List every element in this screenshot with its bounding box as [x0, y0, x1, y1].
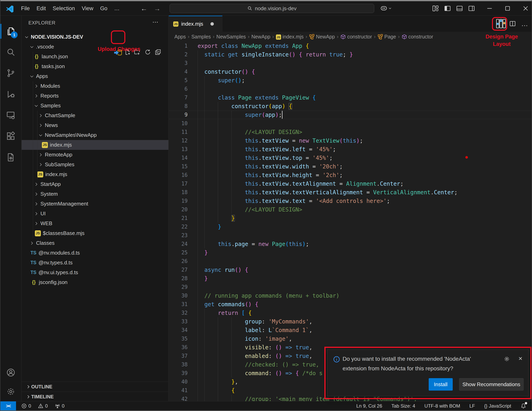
- indent-guide: [198, 188, 198, 197]
- toggle-secondary-sidebar-icon[interactable]: [466, 1, 477, 16]
- tree-item-remoteapp[interactable]: RemoteApp: [22, 150, 169, 160]
- activity-run-debug-icon[interactable]: [0, 84, 21, 104]
- breadcrumb-apps[interactable]: Apps: [174, 34, 186, 40]
- activity-extensions-icon[interactable]: [0, 126, 21, 146]
- remote-indicator[interactable]: ><: [0, 401, 16, 411]
- tree-item-label: @nv.ui.types.d.ts: [38, 269, 78, 276]
- install-button[interactable]: Install: [429, 378, 453, 391]
- menu-file[interactable]: File: [18, 4, 33, 13]
- tree-item-chartsample[interactable]: ChartSample: [22, 111, 169, 120]
- activity-explorer-icon[interactable]: 1: [0, 21, 21, 41]
- tree-item-systemmanagement[interactable]: SystemManagement: [22, 199, 169, 209]
- tree-item-news[interactable]: News: [22, 120, 169, 130]
- code-area[interactable]: 1234567891011121314151617181920212223242…: [169, 42, 532, 402]
- tree-item-tasks-json[interactable]: {}tasks.json: [22, 61, 169, 71]
- maximize-icon[interactable]: [502, 1, 513, 16]
- breadcrumb-constructor[interactable]: constructor: [340, 34, 372, 40]
- explorer-more-actions-button[interactable]: ⋯: [152, 19, 158, 25]
- warning-icon: [38, 403, 43, 409]
- notifications-bell-icon[interactable]: [520, 403, 526, 409]
- menu-go[interactable]: Go: [97, 4, 111, 13]
- nav-back-button[interactable]: ←: [141, 5, 147, 12]
- nav-forward-button[interactable]: →: [154, 5, 161, 12]
- tree-item--nv-types-d-ts[interactable]: TS@nv.types.d.ts: [22, 258, 169, 268]
- breadcrumb-samples[interactable]: Samples: [191, 34, 211, 40]
- tree-item-node-vision-js-dev[interactable]: NODE.VISION.JS-DEV: [22, 32, 169, 42]
- tree-item-index-mjs[interactable]: JSindex.mjs: [22, 170, 169, 179]
- indent-guide: [204, 188, 205, 197]
- status-encoding[interactable]: UTF-8 with BOM: [425, 403, 460, 409]
- tree-item-subsamples[interactable]: SubSamples: [22, 160, 169, 170]
- command-center-search[interactable]: node.vision.js-dev: [170, 4, 374, 13]
- show-recommendations-button[interactable]: Show Recommendations: [459, 378, 523, 391]
- breadcrumb-constructor[interactable]: constructor: [402, 34, 433, 40]
- dirty-indicator-icon[interactable]: [210, 22, 214, 26]
- tree-item-ui[interactable]: UI: [22, 209, 169, 219]
- notification-settings-icon[interactable]: [504, 356, 510, 362]
- menu-more[interactable]: …: [111, 4, 123, 13]
- indent-guide: [198, 326, 198, 335]
- activity-remote-explorer-icon[interactable]: [0, 105, 21, 125]
- code-text: }: [198, 214, 235, 222]
- breadcrumb-newapp[interactable]: NewApp: [309, 34, 335, 40]
- status-language-mode[interactable]: {} JavaScript: [484, 403, 511, 409]
- toggle-panel-icon[interactable]: [454, 1, 466, 16]
- tree-item-launch-json[interactable]: {}launch.json: [22, 52, 169, 61]
- tree-item--nv-ui-types-d-ts[interactable]: TS@nv.ui.types.d.ts: [22, 268, 169, 277]
- editor-more-actions-button[interactable]: …: [521, 16, 528, 32]
- outline-section-header[interactable]: OUTLINE: [22, 382, 168, 392]
- activity-account-icon[interactable]: [0, 363, 21, 382]
- breadcrumb-page[interactable]: Page: [378, 34, 396, 40]
- tree-item-web[interactable]: WEB: [22, 219, 169, 228]
- status-error[interactable]: 0: [21, 403, 31, 409]
- tree-item-samples[interactable]: Samples: [22, 101, 169, 111]
- tree-item-index-mjs[interactable]: JSindex.mjs: [22, 140, 169, 150]
- design-layout-button[interactable]: [495, 16, 507, 32]
- copilot-button[interactable]: [380, 5, 392, 12]
- status-broadcast[interactable]: 0: [55, 403, 65, 409]
- tree-item-jsconfig-json[interactable]: {}jsconfig.json: [22, 277, 169, 287]
- minimize-icon[interactable]: [484, 1, 495, 16]
- indent-guide: [204, 85, 205, 93]
- tree-item--classesbase-mjs[interactable]: JS$classesBase.mjs: [22, 228, 169, 238]
- split-editor-button[interactable]: [509, 16, 516, 32]
- indent-guide: [198, 205, 198, 214]
- tree-item-classes[interactable]: Classes: [22, 238, 169, 248]
- status-eol[interactable]: LF: [469, 403, 475, 409]
- activity-search-icon[interactable]: [0, 42, 21, 62]
- explorer-title: EXPLORER: [28, 20, 56, 26]
- line-number: 36: [169, 343, 188, 352]
- tree-item-system[interactable]: System: [22, 189, 169, 199]
- indent-guide: [218, 145, 218, 154]
- status-warning[interactable]: 0: [38, 403, 48, 409]
- toggle-sidebar-icon[interactable]: [441, 1, 454, 16]
- status-cursor-position[interactable]: Ln 9, Col 26: [356, 403, 382, 409]
- activity-tools-icon[interactable]: [0, 147, 21, 167]
- symbol-method-icon: [340, 34, 346, 39]
- tree-item--vscode[interactable]: .vscode: [22, 42, 169, 52]
- tab-index-mjs[interactable]: JS index.mjs: [169, 16, 222, 32]
- indent-guide: [204, 395, 205, 402]
- breadcrumb-newsamples[interactable]: NewSamples: [217, 34, 246, 40]
- indent-guide: [231, 162, 232, 171]
- notification-close-icon[interactable]: ×: [518, 354, 522, 362]
- menu-edit[interactable]: Edit: [33, 4, 49, 13]
- close-icon[interactable]: [520, 1, 532, 16]
- activity-settings-icon[interactable]: [0, 382, 21, 401]
- tree-item-startapp[interactable]: StartApp: [22, 179, 169, 189]
- breadcrumb-newapp[interactable]: NewApp: [251, 34, 270, 40]
- tree-item-modules[interactable]: Modules: [22, 81, 169, 91]
- customize-layout-icon[interactable]: [429, 1, 441, 16]
- tree-item-reports[interactable]: Reports: [22, 91, 169, 101]
- indent-guide: [218, 119, 218, 128]
- menu-selection[interactable]: Selection: [49, 4, 78, 13]
- tree-item-apps[interactable]: Apps: [22, 71, 169, 81]
- breadcrumb-label: constructor: [408, 34, 433, 40]
- tree-item-newsamples-newapp[interactable]: NewSamples\NewApp: [22, 130, 169, 140]
- tree-item--nv-modules-d-ts[interactable]: TS@nv.modules.d.ts: [22, 248, 169, 258]
- menu-view[interactable]: View: [78, 4, 97, 13]
- activity-source-control-icon[interactable]: [0, 63, 21, 83]
- status-tab-size[interactable]: Tab Size: 4: [391, 403, 415, 409]
- timeline-section-header[interactable]: TIMELINE: [22, 392, 168, 401]
- breadcrumb-index.mjs[interactable]: JSindex.mjs: [276, 34, 304, 40]
